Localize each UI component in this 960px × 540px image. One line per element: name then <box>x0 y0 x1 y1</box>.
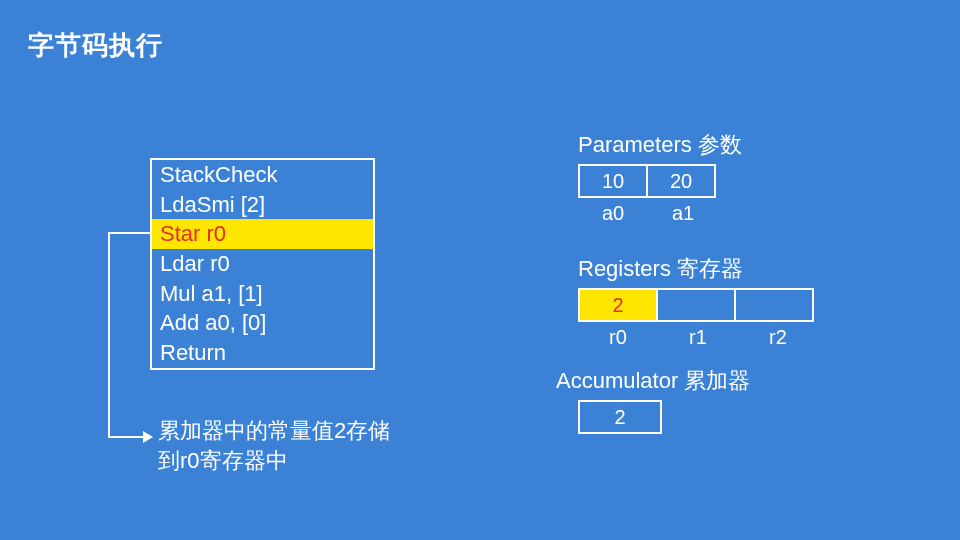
register-name: r0 <box>578 326 658 349</box>
parameters-names: a0 a1 <box>578 202 742 225</box>
annotation-line: 到r0寄存器中 <box>158 446 390 476</box>
bytecode-line: LdaSmi [2] <box>152 190 373 220</box>
parameter-name: a0 <box>578 202 648 225</box>
register-name: r1 <box>658 326 738 349</box>
registers-cells: 2 <box>578 288 818 322</box>
annotation-text: 累加器中的常量值2存储 到r0寄存器中 <box>158 416 390 475</box>
bytecode-line-highlighted: Star r0 <box>152 219 373 249</box>
register-cell <box>734 288 814 322</box>
accumulator-cells: 2 <box>578 400 750 434</box>
accumulator-section: Accumulator 累加器 2 <box>556 366 750 434</box>
register-cell <box>656 288 736 322</box>
register-cell-highlighted: 2 <box>578 288 658 322</box>
annotation-line: 累加器中的常量值2存储 <box>158 416 390 446</box>
parameters-section: Parameters 参数 10 20 a0 a1 <box>578 130 742 225</box>
registers-names: r0 r1 r2 <box>578 326 818 349</box>
slide-title: 字节码执行 <box>28 28 163 63</box>
register-name: r2 <box>738 326 818 349</box>
parameters-cells: 10 20 <box>578 164 742 198</box>
registers-label: Registers 寄存器 <box>578 254 818 284</box>
arrow-connector <box>108 232 150 438</box>
bytecode-line: Mul a1, [1] <box>152 279 373 309</box>
registers-section: Registers 寄存器 2 r0 r1 r2 <box>578 254 818 349</box>
bytecode-line: StackCheck <box>152 160 373 190</box>
arrow-head-icon <box>143 431 153 443</box>
parameter-cell: 20 <box>646 164 716 198</box>
bytecode-line: Ldar r0 <box>152 249 373 279</box>
parameter-cell: 10 <box>578 164 648 198</box>
bytecode-line: Add a0, [0] <box>152 308 373 338</box>
accumulator-cell: 2 <box>578 400 662 434</box>
accumulator-label: Accumulator 累加器 <box>556 366 750 396</box>
bytecode-line: Return <box>152 338 373 368</box>
bytecode-listing: StackCheck LdaSmi [2] Star r0 Ldar r0 Mu… <box>150 158 375 370</box>
parameter-name: a1 <box>648 202 718 225</box>
parameters-label: Parameters 参数 <box>578 130 742 160</box>
